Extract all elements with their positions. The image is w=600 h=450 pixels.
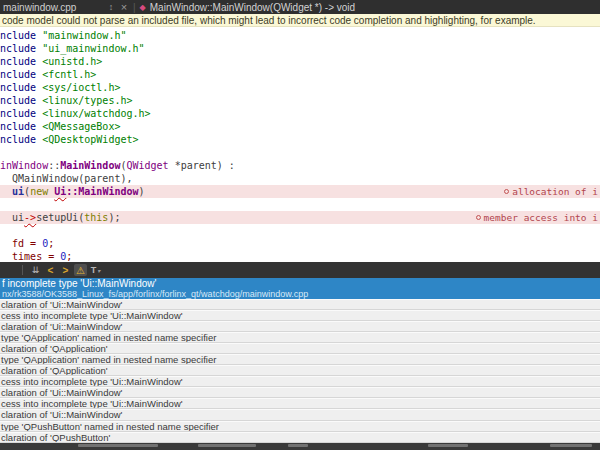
navbar-separator: |	[130, 2, 139, 13]
code-line[interactable]: nclude <QDesktopWidget>	[0, 133, 600, 146]
taskbar-remnant	[288, 444, 308, 447]
code-token	[0, 251, 12, 262]
error-ring-icon	[504, 189, 509, 194]
code-line[interactable]: nclude <sys/ioctl.h>	[0, 81, 600, 94]
code-token: <sys/ioctl.h>	[42, 82, 120, 93]
next-issue-icon[interactable]: >	[59, 264, 72, 276]
code-token: nclude	[0, 121, 42, 132]
code-token: ui	[12, 186, 24, 197]
inline-error-annotation: member access into i	[476, 211, 598, 224]
code-token	[0, 186, 12, 197]
taskbar-remnant	[550, 444, 592, 447]
code-line[interactable]: nclude <unistd.h>	[0, 55, 600, 68]
code-token: new	[30, 186, 54, 197]
code-token: );	[108, 212, 120, 223]
issue-row[interactable]: type 'QPushButton' named in nested name …	[0, 421, 600, 432]
code-token: nclude	[0, 108, 42, 119]
selected-issue-message: f incomplete type 'Ui::MainWindow'	[2, 279, 600, 289]
previous-issue-icon[interactable]: <	[44, 264, 57, 276]
code-model-warning-bar: code model could not parse an included f…	[0, 14, 600, 27]
code-token: ::	[48, 160, 60, 171]
issue-row[interactable]: claration of 'QPushButton'	[0, 432, 600, 443]
code-token: ::MainWindow	[66, 186, 138, 197]
show-warnings-toggle-icon[interactable]: ⚠	[74, 264, 87, 276]
code-token: MainWindow	[60, 160, 120, 171]
issues-list[interactable]: claration of 'Ui::MainWindow'cess into i…	[0, 299, 600, 443]
code-line[interactable]: inWindow::MainWindow(QWidget *parent) :	[0, 159, 600, 172]
code-line[interactable]: ui(new Ui::MainWindow)allocation of i	[0, 185, 600, 198]
code-line[interactable]: ui->setupUi(this);member access into i	[0, 211, 600, 224]
open-file-selector[interactable]: mainwindow.cpp	[0, 2, 104, 13]
code-token: setupUi(	[36, 212, 84, 223]
code-token: <fcntl.h>	[42, 69, 96, 80]
code-token: ;	[48, 238, 54, 249]
warning-message: code model could not parse an included f…	[2, 15, 536, 26]
issue-row[interactable]: type 'QApplication' named in nested name…	[0, 354, 600, 365]
code-token: this	[84, 212, 108, 223]
close-document-icon[interactable]: ×	[118, 2, 130, 12]
code-line[interactable]: nclude <linux/types.h>	[0, 94, 600, 107]
issue-row[interactable]: claration of 'QApplication'	[0, 343, 600, 354]
code-line[interactable]	[0, 146, 600, 159]
code-line[interactable]: nclude "ui_mainwindow.h"	[0, 42, 600, 55]
issue-row[interactable]: type 'QApplication' named in nested name…	[0, 332, 600, 343]
code-token: inWindow	[0, 160, 48, 171]
code-editor[interactable]: nclude "mainwindow.h"nclude "ui_mainwind…	[0, 27, 600, 262]
code-token: nclude	[0, 69, 42, 80]
taskbar-remnant	[198, 444, 256, 447]
code-token: *parent) :	[169, 160, 235, 171]
code-token: nclude	[0, 30, 42, 41]
code-token: <linux/watchdog.h>	[42, 108, 150, 119]
code-lines: nclude "mainwindow.h"nclude "ui_mainwind…	[0, 29, 600, 262]
code-token: nclude	[0, 43, 42, 54]
issue-row[interactable]: claration of 'Ui::MainWindow'	[0, 409, 600, 420]
code-token: "mainwindow.h"	[42, 30, 126, 41]
selected-issue-row[interactable]: f incomplete type 'Ui::MainWindow' nx/rk…	[0, 278, 600, 299]
code-line[interactable]: QMainWindow(parent),	[0, 172, 600, 185]
editor-navbar: mainwindow.cpp ↕ × | ◆ MainWindow::MainW…	[0, 0, 600, 14]
annotation-text: allocation of i	[512, 185, 598, 198]
inline-error-annotation: allocation of i	[504, 185, 598, 198]
code-token	[0, 238, 12, 249]
issue-row[interactable]: claration of 'Ui::MainWindow'	[0, 387, 600, 398]
issue-row[interactable]: claration of 'QApplication'	[0, 365, 600, 376]
expand-issues-icon[interactable]: ⇊	[29, 264, 42, 276]
code-token: <QDesktopWidget>	[42, 134, 138, 145]
code-token: nclude	[0, 56, 42, 67]
code-token: times =	[12, 251, 60, 262]
code-line[interactable]: fd = 0;	[0, 237, 600, 250]
issue-row[interactable]: cess into incomplete type 'Ui::MainWindo…	[0, 398, 600, 409]
code-token: nclude	[0, 82, 42, 93]
symbol-breadcrumb[interactable]: MainWindow::MainWindow(QWidget *) -> voi…	[150, 2, 355, 13]
issue-row[interactable]: cess into incomplete type 'Ui::MainWindo…	[0, 376, 600, 387]
code-token: )	[139, 186, 145, 197]
code-token: ;	[66, 251, 72, 262]
toolbar-separator	[22, 265, 23, 275]
bottom-clipped-bar	[0, 443, 600, 450]
file-dropdown-icon[interactable]: ↕	[104, 2, 118, 12]
error-ring-icon	[476, 215, 481, 220]
issue-row[interactable]: claration of 'Ui::MainWindow'	[0, 299, 600, 310]
filter-icon[interactable]: T▾	[89, 264, 102, 276]
code-line[interactable]	[0, 198, 600, 211]
selected-issue-path: nx/rk3588/OK3588_Linux_fs/app/forlinx/fo…	[2, 289, 600, 299]
issue-row[interactable]: claration of 'Ui::MainWindow'	[0, 321, 600, 332]
code-token: <unistd.h>	[42, 56, 102, 67]
code-line[interactable]: nclude <fcntl.h>	[0, 68, 600, 81]
code-line[interactable]: nclude "mainwindow.h"	[0, 29, 600, 42]
code-token: ui	[0, 212, 24, 223]
code-line[interactable]: nclude <linux/watchdog.h>	[0, 107, 600, 120]
code-token: ->	[24, 212, 36, 223]
code-token: QMainWindow(parent),	[0, 173, 132, 184]
taskbar-remnant	[78, 444, 158, 447]
code-token: fd =	[12, 238, 42, 249]
code-token: Ui	[54, 186, 66, 197]
code-line[interactable]	[0, 224, 600, 237]
code-line[interactable]: nclude <QMessageBox>	[0, 120, 600, 133]
code-line[interactable]: times = 0;	[0, 250, 600, 262]
code-token: <linux/types.h>	[42, 95, 132, 106]
code-token: nclude	[0, 134, 42, 145]
issue-row[interactable]: cess into incomplete type 'Ui::MainWindo…	[0, 310, 600, 321]
code-token: <QMessageBox>	[42, 121, 120, 132]
annotation-text: member access into i	[484, 211, 598, 224]
